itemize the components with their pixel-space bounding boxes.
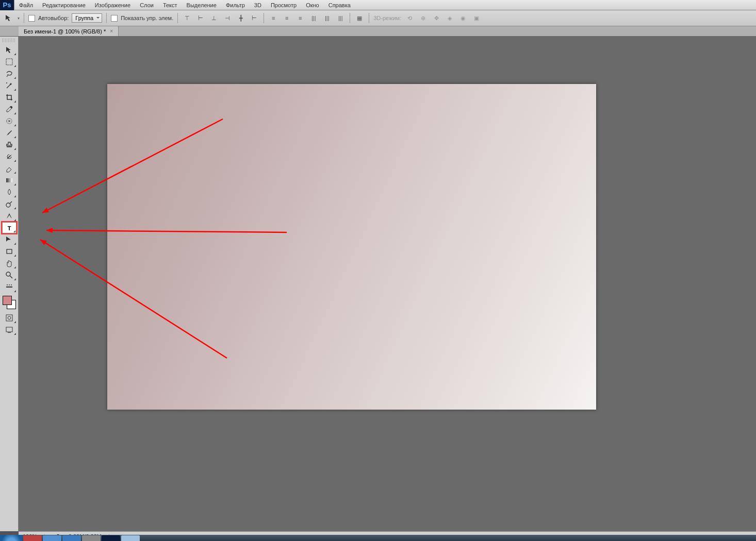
align-right-icon[interactable]: ⊢ [249, 13, 259, 23]
history-icon [5, 153, 13, 161]
rectangle-tool[interactable] [2, 246, 17, 257]
3d-slide-icon: ◈ [445, 13, 455, 23]
lasso-tool[interactable] [2, 68, 17, 79]
clone-stamp-tool[interactable] [2, 139, 17, 150]
3d-camera-icon: ▣ [471, 13, 482, 23]
autoselect-dropdown[interactable]: Группа [72, 13, 102, 23]
taskbar-app[interactable] [23, 535, 42, 541]
svg-point-8 [7, 284, 8, 285]
menu-файл[interactable]: Файл [14, 2, 38, 8]
distribute-vcenter-icon[interactable]: ≡ [282, 13, 292, 23]
3d-roll-icon: ⊕ [418, 13, 428, 23]
distribute-bottom-icon[interactable]: ≡ [295, 13, 305, 23]
pathsel-icon [5, 235, 13, 244]
type-tool[interactable]: T [2, 222, 17, 233]
transform-checkbox[interactable] [111, 15, 118, 22]
menu-текст[interactable]: Текст [158, 2, 182, 8]
autoselect-label: Автовыбор: [38, 15, 69, 21]
menu-изображение[interactable]: Изображение [90, 2, 135, 8]
menu-bar: Ps ФайлРедактированиеИзображениеСлоиТекс… [0, 0, 756, 10]
crop-tool[interactable] [2, 92, 17, 103]
separator [177, 13, 178, 23]
menu-окно[interactable]: Окно [301, 2, 324, 8]
workspace [19, 37, 756, 531]
os-taskbar [0, 535, 756, 541]
dodge-icon [5, 200, 13, 208]
history-brush-tool[interactable] [2, 151, 17, 162]
svg-rect-14 [8, 332, 11, 333]
blur-tool[interactable] [2, 187, 17, 198]
document-tab-bar: Без имени-1 @ 100% (RGB/8) * × [0, 26, 756, 37]
svg-point-12 [8, 316, 11, 319]
svg-point-10 [11, 284, 12, 285]
align-hcenter-icon[interactable]: ╋ [236, 13, 246, 23]
zoom-tool[interactable] [2, 269, 17, 281]
align-left-icon[interactable]: ⊣ [222, 13, 233, 23]
toolbox-grip[interactable] [2, 38, 16, 42]
gradient-icon [5, 176, 13, 184]
magic-wand-tool[interactable] [2, 80, 17, 91]
move-tool[interactable] [2, 44, 17, 56]
3d-pan-icon: ✥ [431, 13, 441, 23]
menu-редактирование[interactable]: Редактирование [38, 2, 90, 8]
brush-tool[interactable] [2, 127, 17, 139]
zoom-icon [5, 271, 13, 279]
foreground-color-swatch[interactable] [3, 296, 12, 305]
dodge-tool[interactable] [2, 198, 17, 210]
type-icon: T [5, 224, 13, 232]
quickmask-toggle[interactable] [2, 312, 17, 324]
hand-tool[interactable] [2, 258, 17, 269]
separator [350, 13, 350, 23]
toolbox: T [0, 37, 19, 531]
svg-marker-16 [42, 208, 49, 213]
close-icon[interactable]: × [110, 28, 113, 34]
canvas-area[interactable] [19, 37, 756, 531]
gradient-tool[interactable] [2, 175, 17, 186]
align-vcenter-icon[interactable]: ⊢ [195, 13, 206, 23]
svg-text:T: T [7, 225, 11, 231]
start-orb[interactable] [0, 535, 23, 541]
menu-3d[interactable]: 3D [250, 2, 266, 8]
eraser-icon [5, 164, 13, 173]
dots-icon [5, 283, 13, 291]
distribute-left-icon[interactable]: ||| [308, 13, 319, 23]
hand-icon [5, 259, 13, 267]
healing-brush-tool[interactable] [2, 115, 17, 127]
svg-point-6 [6, 272, 10, 276]
menu-выделение[interactable]: Выделение [182, 2, 221, 8]
menu-слои[interactable]: Слои [135, 2, 158, 8]
document-tab-title: Без имени-1 @ 100% (RGB/8) * [24, 28, 106, 35]
distribute-right-icon[interactable]: ||| [335, 13, 346, 23]
marquee-tool[interactable] [2, 56, 17, 67]
taskbar-app[interactable] [121, 535, 140, 541]
align-bottom-icon[interactable]: ⊥ [209, 13, 219, 23]
menu-справка[interactable]: Справка [324, 2, 355, 8]
edit-toolbar[interactable] [2, 281, 17, 293]
transform-label: Показать упр. элем. [121, 15, 173, 21]
blur-icon [5, 188, 13, 196]
taskbar-app[interactable] [82, 535, 101, 541]
eraser-tool[interactable] [2, 163, 17, 174]
canvas[interactable] [107, 84, 596, 410]
autoalign-icon[interactable]: ▦ [354, 13, 365, 23]
distribute-top-icon[interactable]: ≡ [268, 13, 278, 23]
align-top-icon[interactable]: ⊤ [182, 13, 192, 23]
eyedropper-tool[interactable] [2, 104, 17, 115]
document-tab[interactable]: Без имени-1 @ 100% (RGB/8) * × [19, 26, 119, 36]
autoselect-checkbox[interactable] [28, 15, 35, 22]
move-icon [5, 46, 13, 54]
taskbar-app[interactable] [102, 535, 120, 541]
distribute-hcenter-icon[interactable]: ||| [322, 13, 332, 23]
pen-tool[interactable] [2, 210, 17, 222]
svg-point-3 [6, 203, 10, 207]
menu-фильтр[interactable]: Фильтр [221, 2, 250, 8]
brush-icon [5, 129, 13, 137]
menu-просмотр[interactable]: Просмотр [266, 2, 301, 8]
taskbar-app[interactable] [43, 535, 61, 541]
path-selection-tool[interactable] [2, 234, 17, 245]
screenmode-toggle[interactable] [2, 324, 17, 335]
options-bar: ▾ Автовыбор: Группа Показать упр. элем. … [0, 10, 756, 26]
color-swatches[interactable] [3, 296, 16, 309]
crop-icon [5, 93, 13, 102]
taskbar-app[interactable] [62, 535, 81, 541]
